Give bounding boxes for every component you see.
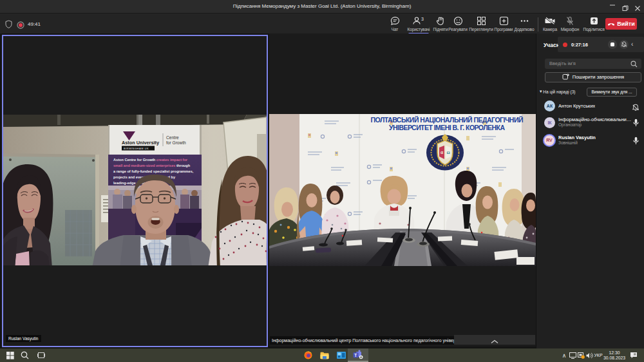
svg-text:УНІВЕРСИТЕТ ІМЕНІ В. Г. КОРОЛЕ: УНІВЕРСИТЕТ ІМЕНІ В. Г. КОРОЛЕНКА [389, 124, 505, 131]
svg-text:T: T [354, 353, 357, 357]
svg-text:ПОЛТАВСЬКИЙ НАЦІОНАЛЬНИЙ ПЕДАГ: ПОЛТАВСЬКИЙ НАЦІОНАЛЬНИЙ ПЕДАГОГІЧНИЙ [371, 116, 524, 124]
svg-text:Ω: Ω [446, 150, 450, 155]
svg-text:3: 3 [421, 17, 424, 21]
